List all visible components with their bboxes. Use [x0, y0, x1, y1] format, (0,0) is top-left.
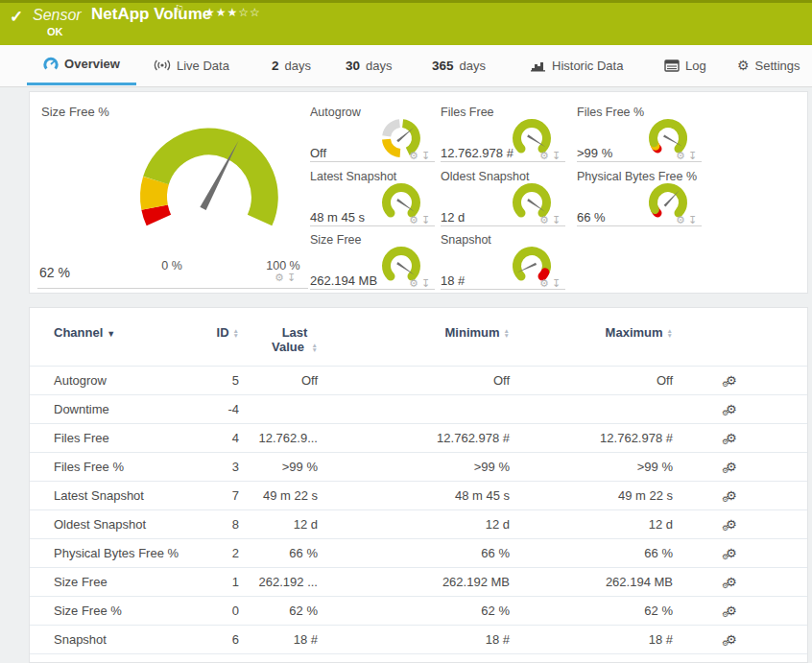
- mini-gauge-label: Autogrow: [310, 106, 361, 119]
- channel-gear-icon[interactable]: ⚙: [676, 151, 685, 161]
- channel-name: Latest Snapshot: [30, 482, 193, 510]
- channel-gear-icon[interactable]: ⚙: [539, 215, 549, 225]
- channel-pin-icon[interactable]: ↧: [552, 215, 561, 225]
- channel-name: Size Free: [30, 568, 193, 597]
- channel-settings-icon[interactable]: ⚙⚙: [726, 460, 737, 474]
- overview-gauges-panel: Size Free % 0 % 100 % 62 % ⚙ ↧ AutogrowO…: [29, 91, 808, 294]
- tab-2-days[interactable]: 2 days: [272, 45, 311, 85]
- table-row: Latest Snapshot749 m 22 s48 m 45 s49 m 2…: [30, 482, 808, 510]
- minimum-value: 12.762.978 #: [318, 424, 510, 453]
- mini-gauge-size-free[interactable]: Size Free262.194 MB⚙↧: [310, 233, 435, 290]
- sort-desc-icon: ▼: [107, 329, 115, 339]
- gear-icon: ⚙: [737, 59, 750, 72]
- tab-label: Live Data: [177, 59, 229, 73]
- channel-id: -4: [193, 395, 239, 424]
- table-row: Files Free %3>99 %>99 %>99 %⚙⚙: [30, 453, 808, 482]
- tab-number: 2: [272, 59, 279, 73]
- mini-gauge-label: Snapshot: [441, 233, 491, 247]
- mini-gauge-label: Size Free: [310, 233, 362, 247]
- last-value: [239, 395, 318, 424]
- channel-pin-icon[interactable]: ↧: [552, 278, 561, 289]
- mini-gauge-oldest-snapshot[interactable]: Oldest Snapshot12 d⚙↧: [441, 170, 565, 226]
- channel-gear-icon[interactable]: ⚙: [539, 278, 549, 289]
- mini-gauge-files-free[interactable]: Files Free12.762.978 #⚙↧: [441, 106, 565, 162]
- main-gauge: [87, 104, 331, 265]
- channel-settings-icon[interactable]: ⚙⚙: [726, 431, 737, 445]
- table-row: Oldest Snapshot812 d12 d12 d⚙⚙: [30, 510, 808, 539]
- channel-name: Files Free %: [30, 453, 193, 482]
- table-row: Snapshot618 #18 #18 #⚙⚙: [30, 626, 808, 654]
- mini-gauge-autogrow[interactable]: AutogrowOff⚙↧: [310, 106, 435, 162]
- last-value: Off: [239, 367, 318, 395]
- last-value: >99 %: [239, 453, 318, 482]
- last-value: 49 m 22 s: [239, 482, 318, 510]
- channel-settings-icon[interactable]: ⚙⚙: [726, 402, 737, 416]
- minimum-value: 12 d: [318, 510, 510, 539]
- channel-name: Oldest Snapshot: [30, 510, 193, 539]
- channel-name: Autogrow: [30, 367, 193, 395]
- tab-log[interactable]: Log: [664, 45, 706, 85]
- tab-label: Overview: [64, 57, 120, 71]
- mini-gauge-value: 48 m 45 s: [310, 210, 365, 225]
- channel-pin-icon[interactable]: ↧: [421, 151, 430, 161]
- priority-stars[interactable]: ★★★☆☆: [204, 6, 261, 19]
- channel-settings-icon[interactable]: ⚙⚙: [726, 546, 737, 560]
- channel-gear-icon[interactable]: ⚙: [409, 278, 418, 289]
- mini-gauge-latest-snapshot[interactable]: Latest Snapshot48 m 45 s⚙↧: [310, 170, 435, 226]
- channel-gear-icon[interactable]: ⚙: [409, 151, 418, 161]
- channel-pin-icon[interactable]: ↧: [421, 278, 430, 289]
- sort-icon: ▲▼: [312, 343, 318, 352]
- table-row: Files Free412.762.9...12.762.978 #12.762…: [30, 424, 808, 453]
- column-header-channel[interactable]: Channel▼: [30, 308, 193, 367]
- channel-gear-icon[interactable]: ⚙: [539, 151, 549, 161]
- channel-settings-icon[interactable]: ⚙⚙: [726, 632, 737, 647]
- sort-icon: ▲▼: [667, 328, 673, 338]
- main-gauge-value: 62 %: [39, 265, 70, 280]
- tab-label: days: [285, 59, 311, 73]
- mini-gauge-value: 12 d: [441, 210, 465, 225]
- main-gauge-divider: [37, 288, 308, 289]
- tab-historic-data[interactable]: Historic Data: [531, 45, 623, 85]
- channel-gear-icon[interactable]: ⚙: [676, 215, 685, 225]
- column-header-last-value[interactable]: LastValue ▲▼: [239, 308, 318, 367]
- mini-gauge-physical-bytes-free[interactable]: Physical Bytes Free %66 %⚙↧: [577, 170, 702, 226]
- minimum-value: Off: [318, 367, 510, 395]
- minimum-value: 66 %: [318, 539, 510, 568]
- sort-icon: ▲▼: [504, 328, 510, 338]
- mini-gauge-value: 262.194 MB: [310, 273, 377, 288]
- tab-30-days[interactable]: 30 days: [346, 45, 393, 85]
- maximum-value: 12.762.978 #: [510, 424, 673, 453]
- channel-settings-icon[interactable]: ⚙⚙: [726, 575, 737, 589]
- channel-gear-icon[interactable]: ⚙: [409, 215, 418, 225]
- mini-gauge-snapshot[interactable]: Snapshot18 #⚙↧: [441, 233, 565, 290]
- tab-365-days[interactable]: 365 days: [432, 45, 486, 85]
- channel-pin-icon[interactable]: ↧: [552, 151, 561, 161]
- tab-bar: Overview Live Data 2 days 30 days 365 da…: [0, 45, 812, 87]
- sensor-type-label: Sensor: [33, 7, 82, 24]
- column-header-maximum[interactable]: Maximum▲▼: [510, 308, 673, 367]
- favorite-flag-icon[interactable]: ⚐: [175, 3, 184, 15]
- tab-settings[interactable]: ⚙ Settings: [737, 45, 800, 85]
- channel-pin-icon[interactable]: ↧: [688, 215, 697, 225]
- channel-pin-icon[interactable]: ↧: [421, 215, 430, 225]
- channel-settings-icon[interactable]: ⚙⚙: [726, 517, 737, 532]
- channel-settings-icon[interactable]: ⚙⚙: [726, 604, 737, 618]
- tab-live-data[interactable]: Live Data: [154, 45, 229, 85]
- last-value: 12.762.9...: [239, 424, 318, 453]
- column-header-minimum[interactable]: Minimum▲▼: [318, 308, 510, 367]
- mini-gauge-files-free[interactable]: Files Free %>99 %⚙↧: [577, 106, 702, 162]
- last-value: 12 d: [239, 510, 318, 539]
- column-header-id[interactable]: ID▲▼: [193, 308, 239, 367]
- tab-overview[interactable]: Overview: [27, 45, 136, 85]
- channel-settings-icon[interactable]: ⚙⚙: [726, 488, 737, 503]
- channel-pin-icon[interactable]: ↧: [287, 272, 296, 283]
- channel-gear-icon[interactable]: ⚙: [275, 272, 284, 283]
- channel-id: 7: [193, 482, 239, 510]
- channel-id: 5: [193, 367, 239, 395]
- minimum-value: 62 %: [318, 597, 510, 626]
- gauge-icon: [43, 57, 59, 72]
- channel-pin-icon[interactable]: ↧: [688, 151, 697, 161]
- channel-settings-icon[interactable]: ⚙⚙: [726, 373, 737, 388]
- channel-name: Physical Bytes Free %: [30, 539, 193, 568]
- channel-id: 3: [193, 453, 239, 482]
